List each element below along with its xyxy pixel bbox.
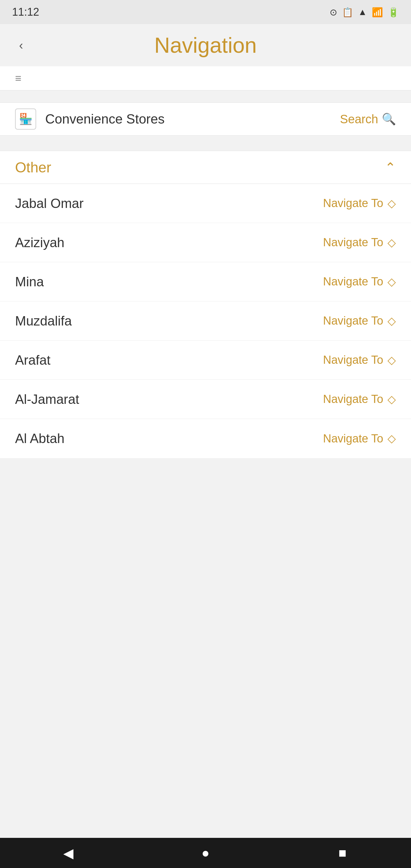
nav-item-name: Aziziyah bbox=[15, 235, 64, 250]
store-icon-wrapper: 🏪 bbox=[15, 108, 36, 130]
nav-item-action-aziziyah: Navigate To ◇ bbox=[323, 236, 396, 249]
back-icon: ‹ bbox=[19, 38, 23, 52]
bottom-nav: ◀ ● ■ bbox=[0, 838, 411, 868]
page-title: Navigation bbox=[154, 33, 257, 58]
section-spacer bbox=[0, 135, 411, 151]
back-nav-button[interactable]: ◀ bbox=[56, 841, 81, 865]
signal-icon: 📶 bbox=[372, 7, 383, 18]
navigate-to-text: Navigate To bbox=[323, 236, 383, 249]
nav-item-aziziyah[interactable]: Aziziyah Navigate To ◇ bbox=[0, 223, 411, 262]
navigate-icon: ◇ bbox=[387, 315, 396, 327]
nav-item-al-abtah[interactable]: Al Abtah Navigate To ◇ bbox=[0, 419, 411, 458]
convenience-stores-row[interactable]: 🏪 Convenience Stores Search 🔍 bbox=[0, 102, 411, 135]
navigate-icon: ◇ bbox=[387, 393, 396, 406]
nav-item-action-arafat: Navigate To ◇ bbox=[323, 353, 396, 367]
store-icon: 🏪 bbox=[19, 113, 33, 125]
recent-nav-button[interactable]: ■ bbox=[330, 841, 355, 865]
nav-item-name: Jabal Omar bbox=[15, 196, 84, 211]
nav-item-action-jabal-omar: Navigate To ◇ bbox=[323, 197, 396, 210]
header: ‹ Navigation bbox=[0, 24, 411, 66]
search-text: Search bbox=[340, 113, 378, 126]
clipboard-icon: 📋 bbox=[342, 7, 353, 18]
nav-list: Jabal Omar Navigate To ◇ Aziziyah Naviga… bbox=[0, 184, 411, 458]
nav-item-arafat[interactable]: Arafat Navigate To ◇ bbox=[0, 341, 411, 380]
back-button[interactable]: ‹ bbox=[12, 36, 30, 54]
nav-item-action-muzdalifa: Navigate To ◇ bbox=[323, 314, 396, 327]
sim-icon: ⊙ bbox=[330, 7, 337, 18]
nav-item-action-al-abtah: Navigate To ◇ bbox=[323, 432, 396, 445]
chevron-up-icon: ⌃ bbox=[385, 160, 396, 175]
navigate-to-text: Navigate To bbox=[323, 432, 383, 445]
nav-item-mina[interactable]: Mina Navigate To ◇ bbox=[0, 262, 411, 301]
navigate-to-text: Navigate To bbox=[323, 275, 383, 288]
navigate-icon: ◇ bbox=[387, 354, 396, 367]
main-content: ‹ Navigation ≡ 🏪 Convenience Stores Sear… bbox=[0, 24, 411, 838]
home-nav-button[interactable]: ● bbox=[193, 841, 218, 865]
other-section-title: Other bbox=[15, 159, 51, 176]
other-section-header[interactable]: Other ⌃ bbox=[0, 151, 411, 184]
status-bar: 11:12 ⊙ 📋 ▲ 📶 🔋 bbox=[0, 0, 411, 24]
nav-item-name: Muzdalifa bbox=[15, 313, 72, 329]
battery-icon: 🔋 bbox=[388, 7, 399, 18]
back-nav-icon: ◀ bbox=[63, 845, 73, 861]
navigate-icon: ◇ bbox=[387, 197, 396, 210]
convenience-left: 🏪 Convenience Stores bbox=[15, 108, 164, 130]
status-time: 11:12 bbox=[12, 6, 39, 19]
navigate-to-text: Navigate To bbox=[323, 197, 383, 210]
navigate-to-text: Navigate To bbox=[323, 393, 383, 406]
nav-item-action-mina: Navigate To ◇ bbox=[323, 275, 396, 288]
status-icons: ⊙ 📋 ▲ 📶 🔋 bbox=[330, 7, 399, 18]
partial-item: ≡ bbox=[0, 66, 411, 90]
convenience-stores-label: Convenience Stores bbox=[45, 112, 164, 127]
recent-nav-icon: ■ bbox=[338, 845, 347, 861]
nav-item-name: Al-Jamarat bbox=[15, 392, 79, 407]
partial-icon: ≡ bbox=[15, 72, 22, 85]
navigate-icon: ◇ bbox=[387, 276, 396, 288]
nav-item-al-jamarat[interactable]: Al-Jamarat Navigate To ◇ bbox=[0, 380, 411, 419]
nav-item-action-al-jamarat: Navigate To ◇ bbox=[323, 393, 396, 406]
search-button[interactable]: Search 🔍 bbox=[340, 113, 396, 126]
nav-item-name: Arafat bbox=[15, 352, 50, 368]
nav-item-jabal-omar[interactable]: Jabal Omar Navigate To ◇ bbox=[0, 184, 411, 223]
top-spacer bbox=[0, 90, 411, 102]
nav-item-muzdalifa[interactable]: Muzdalifa Navigate To ◇ bbox=[0, 301, 411, 341]
nav-item-name: Al Abtah bbox=[15, 431, 64, 446]
home-nav-icon: ● bbox=[201, 845, 210, 861]
nav-item-name: Mina bbox=[15, 274, 44, 289]
navigate-icon: ◇ bbox=[387, 432, 396, 445]
navigate-icon: ◇ bbox=[387, 236, 396, 249]
navigate-to-text: Navigate To bbox=[323, 314, 383, 327]
navigate-to-text: Navigate To bbox=[323, 353, 383, 367]
search-icon: 🔍 bbox=[382, 113, 396, 126]
wifi-icon: ▲ bbox=[358, 7, 367, 17]
